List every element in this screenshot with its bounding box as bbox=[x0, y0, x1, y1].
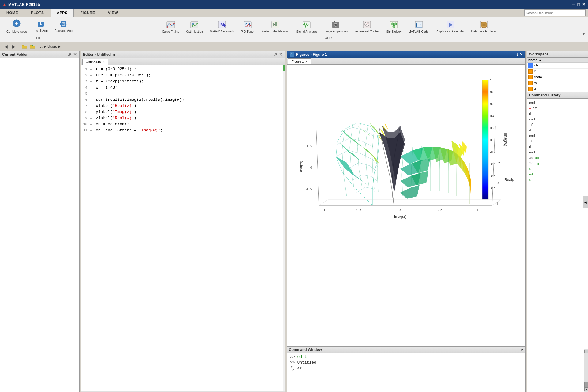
figure-plot-area: 1 0.5 0 -0.5 -1 Real(w) 1 0.5 0 -0.5 -1 … bbox=[287, 65, 525, 346]
svg-point-37 bbox=[393, 25, 395, 28]
editor-tab-bar: Untitled.m ✕ + bbox=[81, 58, 285, 65]
editor-close-btn[interactable]: ✕ bbox=[278, 52, 283, 57]
app-compiler-btn[interactable]: Application Compiler bbox=[434, 18, 467, 36]
svg-text:0.5: 0.5 bbox=[307, 144, 312, 148]
figure-close-btn[interactable]: ✕ bbox=[520, 52, 523, 57]
maximize-btn[interactable]: □ bbox=[577, 2, 580, 7]
minimize-btn[interactable]: ─ bbox=[572, 2, 575, 7]
svg-text:Imag(w): Imag(w) bbox=[503, 133, 508, 146]
svg-point-33 bbox=[367, 24, 368, 25]
cmd-history-title: Command History bbox=[529, 93, 560, 97]
svg-rect-122 bbox=[482, 80, 488, 199]
signal-analysis-btn[interactable]: Signal Analysis bbox=[293, 18, 319, 36]
get-more-apps-btn[interactable]: + Get More Apps bbox=[4, 17, 30, 36]
optimization-btn[interactable]: Optimization bbox=[183, 18, 206, 36]
workspace-collapse-btn[interactable]: ◀ bbox=[583, 196, 588, 208]
cmd-prompt-2: >> bbox=[290, 360, 297, 365]
database-explorer-btn[interactable]: Database Explorer bbox=[468, 18, 499, 36]
ch-line-if1: — if bbox=[528, 106, 586, 111]
tab-figure[interactable]: FIGURE bbox=[74, 9, 101, 17]
svg-point-11 bbox=[173, 23, 175, 24]
figure-tab-1[interactable]: Figure 1 ✕ bbox=[288, 58, 311, 64]
code-line-10: 10 – cb = colorbar; bbox=[81, 121, 285, 127]
folder-btn[interactable] bbox=[21, 43, 28, 50]
system-id-btn[interactable]: System Identification bbox=[258, 18, 292, 36]
line-dash-4: – bbox=[89, 85, 93, 91]
ws-row-cb[interactable]: cb bbox=[527, 63, 588, 69]
code-area[interactable]: 1 – r = (0:0.025:1)'; 2 – theta = pi*(-1… bbox=[81, 65, 285, 391]
expand-ribbon-btn[interactable]: ▼ bbox=[582, 18, 586, 40]
ws-icon-w bbox=[528, 81, 533, 85]
svg-text:{ }: { } bbox=[416, 22, 421, 27]
mupad-btn[interactable]: Mμ MuPAD Notebook bbox=[207, 18, 237, 36]
line-num-10: 10 bbox=[81, 121, 89, 127]
ws-row-r[interactable]: r bbox=[527, 69, 588, 74]
line-num-6: 6 bbox=[81, 97, 89, 103]
cmd-history-content[interactable]: end — if di end if di end if di end 3× a… bbox=[527, 99, 588, 392]
cf-close-btn[interactable]: ✕ bbox=[73, 52, 77, 57]
package-app-btn[interactable]: PKG Package App bbox=[52, 17, 75, 36]
up-btn[interactable] bbox=[29, 43, 36, 50]
ws-row-w[interactable]: w bbox=[527, 80, 588, 86]
cmd-line-1: >> edit bbox=[289, 354, 523, 360]
figure-tab-close[interactable]: ✕ bbox=[305, 60, 307, 63]
pid-tuner-btn[interactable]: PID PID Tuner bbox=[238, 18, 257, 36]
svg-text:0: 0 bbox=[399, 208, 401, 212]
ch-line-end1: end bbox=[528, 100, 586, 106]
matlab-coder-btn[interactable]: { } MATLAB Coder bbox=[405, 18, 432, 36]
ws-icon-theta bbox=[528, 75, 533, 79]
svg-text:0: 0 bbox=[490, 138, 492, 142]
code-line-8: 8 – ylabel('Imag(z)') bbox=[81, 109, 285, 115]
line-num-8: 8 bbox=[81, 109, 89, 115]
tab-view[interactable]: VIEW bbox=[102, 9, 125, 17]
cmd-scroll-down[interactable]: ▼ bbox=[584, 388, 588, 391]
instrument-btn[interactable]: Instrument Control bbox=[352, 18, 382, 36]
cmd-vscroll[interactable]: ▼ ▲ bbox=[584, 349, 588, 392]
cmd-expand-btn[interactable]: ⬀ bbox=[520, 348, 523, 352]
code-text-6: surf(real(z),imag(z),real(w),imag(w)) bbox=[93, 97, 184, 103]
editor-tab-add[interactable]: + bbox=[109, 59, 114, 65]
back-btn[interactable]: ◀ bbox=[2, 43, 9, 50]
ws-var-cb: cb bbox=[534, 63, 538, 67]
svg-point-35 bbox=[391, 23, 394, 25]
tab-apps[interactable]: APPS bbox=[51, 9, 74, 17]
svg-point-9 bbox=[167, 26, 168, 28]
image-acq-btn[interactable]: Image Acquisition bbox=[321, 18, 350, 36]
cmd-vscroll-thumb[interactable] bbox=[584, 382, 588, 388]
ws-row-theta[interactable]: theta bbox=[527, 74, 588, 80]
cmd-scroll-up[interactable]: ▲ bbox=[584, 350, 588, 353]
ws-row-z[interactable]: z bbox=[527, 86, 588, 92]
tab-plots[interactable]: PLOTS bbox=[24, 9, 51, 17]
cf-expand-btn[interactable]: ⬀ bbox=[67, 52, 72, 57]
cmd-history-panel: Command History end — if di end if di en… bbox=[527, 92, 588, 392]
mupad-label: MuPAD Notebook bbox=[210, 30, 234, 33]
get-more-apps-label: Get More Apps bbox=[6, 30, 27, 34]
editor-tab-untitled[interactable]: Untitled.m ✕ bbox=[82, 59, 108, 65]
signal-analysis-label: Signal Analysis bbox=[296, 30, 317, 33]
close-btn[interactable]: ✕ bbox=[582, 2, 586, 7]
figure-info-btn[interactable]: ℹ bbox=[517, 52, 518, 57]
ch-line-di2: di bbox=[528, 128, 586, 133]
svg-text:1: 1 bbox=[490, 79, 492, 82]
editor-expand-btn[interactable]: ⬀ bbox=[273, 52, 278, 57]
command-content[interactable]: >> edit >> Untitled fx >> bbox=[287, 353, 525, 392]
svg-text:-0.4: -0.4 bbox=[490, 162, 496, 166]
app-title: MATLAB R2015b bbox=[8, 2, 40, 7]
tab-home[interactable]: HOME bbox=[0, 9, 24, 17]
svg-text:0.5: 0.5 bbox=[356, 208, 361, 212]
search-document-input[interactable] bbox=[524, 9, 586, 16]
svg-rect-20 bbox=[273, 23, 274, 26]
matlab-coder-icon: { } bbox=[415, 21, 423, 30]
code-line-7: 7 – xlabel('Real(z)') bbox=[81, 103, 285, 109]
command-window: Command Window ⬀ >> edit >> Untitled fx … bbox=[287, 346, 525, 392]
curve-fitting-btn[interactable]: Curve Fitting bbox=[159, 18, 182, 36]
forward-btn[interactable]: ▶ bbox=[10, 43, 17, 50]
svg-text:0: 0 bbox=[310, 166, 312, 169]
database-explorer-icon bbox=[480, 21, 488, 30]
line-num-9: 9 bbox=[81, 115, 89, 121]
editor-tab-close[interactable]: ✕ bbox=[102, 60, 105, 64]
install-app-btn[interactable]: Install App bbox=[31, 17, 51, 36]
matlab-coder-label: MATLAB Coder bbox=[408, 30, 429, 33]
code-text-1: r = (0:0.025:1)'; bbox=[93, 66, 137, 72]
simbiology-btn[interactable]: SimBiology bbox=[383, 18, 404, 36]
